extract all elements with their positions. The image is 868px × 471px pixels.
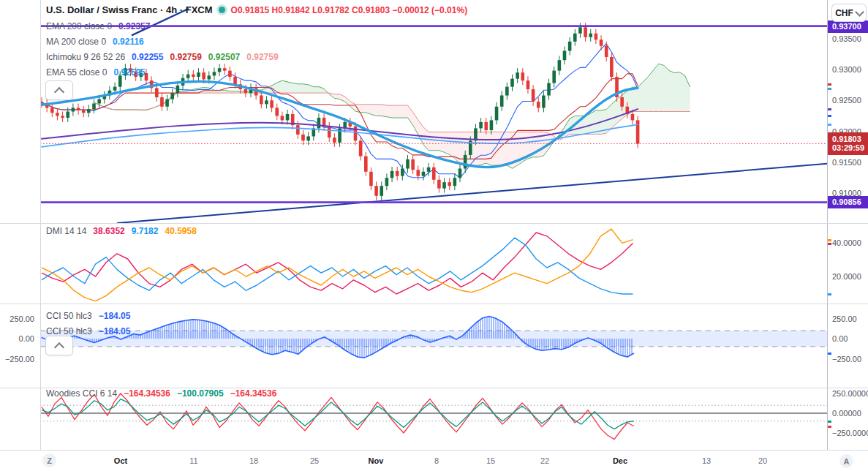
indicator-name: Woodies CCI 6 14: [46, 388, 117, 399]
axis-price-label: 250.00: [832, 314, 857, 323]
indicator-label-row[interactable]: MA 200 close 00.92116: [46, 37, 144, 47]
indicator-last-value-tick: [828, 243, 831, 245]
ohlc-values: O0.91815 H0.91842 L0.91782 C0.91803 −0.0…: [231, 5, 468, 15]
axis-price-label: 0.92500: [832, 96, 861, 105]
indicator-name: Ichimoku 9 26 52 26: [46, 52, 125, 62]
countdown-timer: 03:29:59: [832, 143, 864, 152]
price-badge: 0.93700: [828, 20, 868, 33]
indicator-value: 40.5958: [165, 226, 196, 236]
indicator-last-value-tick: [828, 115, 831, 117]
indicator-value: 0.92759: [170, 52, 201, 62]
indicator-value: 9.7182: [132, 226, 159, 236]
indicator-label-row[interactable]: DMI 14 1438.63529.718240.5958: [46, 226, 197, 236]
axis-price-label: −250.00000: [832, 429, 868, 437]
time-axis-label: 15: [486, 456, 495, 465]
axis-price-label: −250.00: [832, 355, 861, 363]
time-axis-label: Dec: [613, 456, 627, 465]
trading-chart-window: U.S. Dollar / Swiss Franc · 4h · FXCM O0…: [0, 0, 868, 471]
indicator-label-row[interactable]: Ichimoku 9 26 52 260.922550.927590.92507…: [46, 52, 279, 62]
time-axis-label: 25: [310, 456, 319, 465]
axis-price-label: 0.93000: [832, 65, 861, 74]
indicator-value: 0.92695: [113, 67, 145, 78]
timezone-button[interactable]: Z: [42, 453, 56, 467]
indicator-label-row[interactable]: EMA 55 close 00.92695: [46, 67, 146, 78]
indicator-last-value-tick: [828, 239, 831, 241]
indicator-value: −184.05: [99, 326, 131, 336]
chevron-down-icon: [855, 7, 864, 17]
pane-divider: [0, 388, 868, 388]
currency-dropdown-button[interactable]: CHF: [831, 4, 867, 22]
price-axis[interactable]: 0.940000.935000.930000.925000.920000.915…: [827, 0, 868, 450]
price-badge: 0.9180303:29:59: [828, 132, 868, 155]
trendline: [117, 164, 827, 223]
indicator-name: EMA 55 close 0: [46, 67, 107, 78]
time-axis-label: 18: [249, 456, 258, 465]
dmi-+di-line: [42, 233, 633, 294]
time-axis-label: 20: [758, 456, 767, 465]
collapse-cci-pane-button[interactable]: [45, 336, 73, 355]
indicator-last-value-tick: [828, 353, 831, 355]
tenkan-line: [42, 44, 638, 178]
left-gutter-border: [40, 0, 41, 471]
indicator-last-value-tick: [828, 293, 831, 295]
indicator-value: 0.92357: [118, 21, 150, 31]
indicator-value: −164.34536: [124, 388, 170, 399]
indicator-label-row[interactable]: Woodies CCI 6 14−164.34536−100.07905−164…: [46, 388, 276, 399]
time-axis-label: Oct: [114, 456, 127, 465]
indicator-name: DMI 14 14: [46, 226, 86, 236]
time-axis-label: 11: [189, 456, 197, 465]
symbol-title[interactable]: U.S. Dollar / Swiss Franc · 4h · FXCM: [46, 4, 213, 15]
indicator-last-value-tick: [828, 421, 831, 423]
indicator-value: 0.92116: [113, 37, 144, 47]
cci-left-axis-label: 0.00: [19, 334, 34, 343]
indicator-last-value-tick: [828, 83, 831, 86]
indicator-value: 0.92507: [208, 52, 240, 62]
indicator-label-row[interactable]: CCI 50 hlc3−184.05: [46, 326, 130, 336]
indicator-name: MA 200 close 0: [46, 37, 106, 47]
indicator-last-value-tick: [828, 108, 831, 110]
market-status-dot: [219, 7, 225, 13]
woodies-cci6-line: [42, 393, 634, 440]
indicator-value: −100.07905: [177, 388, 224, 399]
indicator-value: 0.92759: [246, 52, 278, 62]
indicator-value: −164.34536: [230, 388, 277, 399]
time-axis[interactable]: Z Oct111825Nov81522Dec1320: [0, 450, 868, 471]
axis-price-label: 40.0000: [832, 238, 861, 247]
woodies-cci14-line: [42, 399, 634, 429]
axis-price-label: 0.91500: [832, 158, 861, 167]
indicator-label-row[interactable]: EMA 200 close 00.92357: [46, 21, 150, 31]
time-axis-label: Nov: [369, 456, 384, 465]
indicator-label-row[interactable]: CCI 50 hlc3−184.05: [46, 311, 130, 321]
currency-label: CHF: [835, 8, 853, 18]
indicator-value: −184.05: [99, 311, 131, 321]
auto-scale-button[interactable]: A: [839, 454, 853, 468]
time-axis-label: 13: [702, 456, 711, 465]
indicator-name: EMA 200 close 0: [46, 21, 112, 31]
pane-divider: [0, 304, 868, 304]
cci-pane-canvas[interactable]: [40, 304, 827, 388]
axis-price-label: 250.00000: [832, 389, 868, 398]
indicator-last-value-tick: [828, 124, 831, 126]
indicator-value: 38.6352: [93, 226, 124, 236]
collapse-main-pane-button[interactable]: [45, 80, 73, 100]
chevron-up-icon: [54, 342, 64, 352]
axis-price-label: 0.00: [832, 334, 848, 343]
time-axis-label: 22: [540, 456, 549, 465]
axis-price-label: 0.93500: [832, 34, 861, 43]
pane-divider: [0, 450, 868, 451]
axis-price-label: 0.00000: [832, 409, 861, 418]
price-pane-canvas[interactable]: [40, 0, 827, 223]
cci-left-axis-label: 250.00: [10, 314, 34, 323]
indicator-value: 0.92255: [132, 52, 163, 62]
indicator-last-value-tick: [828, 426, 831, 428]
indicator-last-value-tick: [828, 88, 831, 90]
indicator-name: CCI 50 hlc3: [46, 311, 92, 321]
indicator-name: CCI 50 hlc3: [46, 326, 92, 336]
cci-left-axis-label: −250.00: [5, 355, 34, 363]
time-axis-label: 8: [434, 456, 439, 465]
chevron-up-icon: [54, 86, 64, 97]
pane-divider: [0, 223, 868, 224]
axis-price-label: 20.0000: [832, 272, 861, 281]
price-badge: 0.90856: [828, 196, 868, 208]
